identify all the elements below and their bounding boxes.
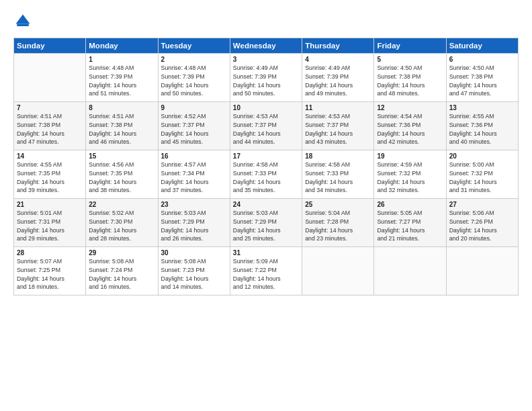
- header-cell-tuesday: Tuesday: [158, 38, 230, 54]
- day-info: Sunrise: 4:53 AM Sunset: 7:37 PM Dayligh…: [233, 112, 299, 146]
- day-cell: 8Sunrise: 4:51 AM Sunset: 7:38 PM Daylig…: [86, 102, 158, 150]
- day-cell: 1Sunrise: 4:48 AM Sunset: 7:39 PM Daylig…: [86, 54, 158, 102]
- day-info: Sunrise: 4:50 AM Sunset: 7:38 PM Dayligh…: [377, 64, 443, 98]
- day-number: 31: [233, 249, 299, 257]
- week-row-3: 14Sunrise: 4:55 AM Sunset: 7:35 PM Dayli…: [14, 150, 519, 199]
- day-cell: 5Sunrise: 4:50 AM Sunset: 7:38 PM Daylig…: [374, 54, 446, 102]
- day-info: Sunrise: 4:55 AM Sunset: 7:36 PM Dayligh…: [449, 112, 515, 146]
- header-cell-thursday: Thursday: [302, 38, 374, 54]
- day-number: 16: [161, 152, 227, 160]
- day-number: 6: [449, 56, 515, 63]
- day-cell: 22Sunrise: 5:02 AM Sunset: 7:30 PM Dayli…: [86, 199, 158, 247]
- day-cell: 21Sunrise: 5:01 AM Sunset: 7:31 PM Dayli…: [14, 199, 86, 247]
- day-number: 13: [449, 104, 515, 111]
- day-cell: 20Sunrise: 5:00 AM Sunset: 7:32 PM Dayli…: [446, 150, 518, 199]
- day-info: Sunrise: 4:51 AM Sunset: 7:38 PM Dayligh…: [89, 112, 154, 146]
- day-cell: 11Sunrise: 4:53 AM Sunset: 7:37 PM Dayli…: [302, 102, 374, 150]
- day-cell: 6Sunrise: 4:50 AM Sunset: 7:38 PM Daylig…: [446, 54, 518, 102]
- day-number: 25: [305, 201, 371, 208]
- day-info: Sunrise: 4:53 AM Sunset: 7:37 PM Dayligh…: [305, 112, 371, 146]
- calendar-page: SundayMondayTuesdayWednesdayThursdayFrid…: [0, 0, 532, 411]
- day-cell: 3Sunrise: 4:49 AM Sunset: 7:39 PM Daylig…: [230, 54, 302, 102]
- day-info: Sunrise: 4:58 AM Sunset: 7:33 PM Dayligh…: [233, 161, 299, 195]
- day-info: Sunrise: 5:03 AM Sunset: 7:29 PM Dayligh…: [233, 209, 299, 243]
- day-number: 28: [17, 249, 83, 257]
- day-cell: 27Sunrise: 5:06 AM Sunset: 7:26 PM Dayli…: [446, 199, 518, 247]
- calendar-body: 1Sunrise: 4:48 AM Sunset: 7:39 PM Daylig…: [14, 54, 519, 295]
- day-info: Sunrise: 4:49 AM Sunset: 7:39 PM Dayligh…: [305, 64, 371, 98]
- day-info: Sunrise: 4:54 AM Sunset: 7:36 PM Dayligh…: [377, 112, 443, 146]
- day-number: 5: [377, 56, 443, 63]
- day-info: Sunrise: 4:58 AM Sunset: 7:33 PM Dayligh…: [305, 161, 371, 195]
- day-number: 8: [89, 104, 154, 111]
- week-row-5: 28Sunrise: 5:07 AM Sunset: 7:25 PM Dayli…: [14, 247, 519, 295]
- day-info: Sunrise: 4:48 AM Sunset: 7:39 PM Dayligh…: [89, 64, 154, 98]
- day-cell: 2Sunrise: 4:48 AM Sunset: 7:39 PM Daylig…: [158, 54, 230, 102]
- day-cell: [374, 247, 446, 295]
- calendar-table: SundayMondayTuesdayWednesdayThursdayFrid…: [13, 38, 519, 295]
- header-cell-monday: Monday: [86, 38, 158, 54]
- day-info: Sunrise: 4:55 AM Sunset: 7:35 PM Dayligh…: [17, 161, 83, 195]
- day-cell: 31Sunrise: 5:09 AM Sunset: 7:22 PM Dayli…: [230, 247, 302, 295]
- week-row-2: 7Sunrise: 4:51 AM Sunset: 7:38 PM Daylig…: [14, 102, 519, 150]
- logo: [13, 12, 35, 31]
- day-info: Sunrise: 4:59 AM Sunset: 7:32 PM Dayligh…: [377, 161, 443, 195]
- day-number: 15: [89, 152, 154, 160]
- day-number: 11: [305, 104, 371, 111]
- day-info: Sunrise: 4:49 AM Sunset: 7:39 PM Dayligh…: [233, 64, 299, 98]
- week-row-1: 1Sunrise: 4:48 AM Sunset: 7:39 PM Daylig…: [14, 54, 519, 102]
- day-cell: 13Sunrise: 4:55 AM Sunset: 7:36 PM Dayli…: [446, 102, 518, 150]
- day-cell: 19Sunrise: 4:59 AM Sunset: 7:32 PM Dayli…: [374, 150, 446, 199]
- day-number: 30: [161, 249, 227, 257]
- header-cell-sunday: Sunday: [14, 38, 86, 54]
- header-row: SundayMondayTuesdayWednesdayThursdayFrid…: [14, 38, 519, 54]
- day-info: Sunrise: 5:00 AM Sunset: 7:32 PM Dayligh…: [449, 161, 515, 195]
- day-number: 14: [17, 152, 83, 160]
- day-cell: 7Sunrise: 4:51 AM Sunset: 7:38 PM Daylig…: [14, 102, 86, 150]
- day-info: Sunrise: 4:48 AM Sunset: 7:39 PM Dayligh…: [161, 64, 227, 98]
- svg-rect-1: [17, 24, 29, 27]
- day-info: Sunrise: 4:56 AM Sunset: 7:35 PM Dayligh…: [89, 161, 154, 195]
- header-cell-wednesday: Wednesday: [230, 38, 302, 54]
- day-cell: [302, 247, 374, 295]
- header-cell-saturday: Saturday: [446, 38, 518, 54]
- day-cell: 14Sunrise: 4:55 AM Sunset: 7:35 PM Dayli…: [14, 150, 86, 199]
- day-info: Sunrise: 5:01 AM Sunset: 7:31 PM Dayligh…: [17, 209, 83, 243]
- day-cell: 26Sunrise: 5:05 AM Sunset: 7:27 PM Dayli…: [374, 199, 446, 247]
- day-number: 26: [377, 201, 443, 208]
- day-cell: 30Sunrise: 5:08 AM Sunset: 7:23 PM Dayli…: [158, 247, 230, 295]
- day-number: 19: [377, 152, 443, 160]
- day-cell: 18Sunrise: 4:58 AM Sunset: 7:33 PM Dayli…: [302, 150, 374, 199]
- day-cell: 25Sunrise: 5:04 AM Sunset: 7:28 PM Dayli…: [302, 199, 374, 247]
- day-cell: 16Sunrise: 4:57 AM Sunset: 7:34 PM Dayli…: [158, 150, 230, 199]
- day-number: 22: [89, 201, 154, 208]
- day-cell: 23Sunrise: 5:03 AM Sunset: 7:29 PM Dayli…: [158, 199, 230, 247]
- day-info: Sunrise: 5:02 AM Sunset: 7:30 PM Dayligh…: [89, 209, 154, 243]
- day-number: 10: [233, 104, 299, 111]
- svg-marker-0: [16, 15, 30, 24]
- day-cell: 4Sunrise: 4:49 AM Sunset: 7:39 PM Daylig…: [302, 54, 374, 102]
- day-cell: 17Sunrise: 4:58 AM Sunset: 7:33 PM Dayli…: [230, 150, 302, 199]
- day-info: Sunrise: 4:52 AM Sunset: 7:37 PM Dayligh…: [161, 112, 227, 146]
- day-cell: 28Sunrise: 5:07 AM Sunset: 7:25 PM Dayli…: [14, 247, 86, 295]
- day-number: 12: [377, 104, 443, 111]
- calendar-header: SundayMondayTuesdayWednesdayThursdayFrid…: [14, 38, 519, 54]
- day-info: Sunrise: 5:07 AM Sunset: 7:25 PM Dayligh…: [17, 257, 83, 291]
- day-info: Sunrise: 5:04 AM Sunset: 7:28 PM Dayligh…: [305, 209, 371, 243]
- logo-icon: [13, 12, 32, 31]
- day-info: Sunrise: 4:51 AM Sunset: 7:38 PM Dayligh…: [17, 112, 83, 146]
- day-info: Sunrise: 5:08 AM Sunset: 7:23 PM Dayligh…: [161, 257, 227, 291]
- day-number: 9: [161, 104, 227, 111]
- day-number: 24: [233, 201, 299, 208]
- day-cell: 12Sunrise: 4:54 AM Sunset: 7:36 PM Dayli…: [374, 102, 446, 150]
- day-cell: 24Sunrise: 5:03 AM Sunset: 7:29 PM Dayli…: [230, 199, 302, 247]
- day-cell: [446, 247, 518, 295]
- day-info: Sunrise: 5:09 AM Sunset: 7:22 PM Dayligh…: [233, 257, 299, 291]
- day-cell: 15Sunrise: 4:56 AM Sunset: 7:35 PM Dayli…: [86, 150, 158, 199]
- day-info: Sunrise: 5:08 AM Sunset: 7:24 PM Dayligh…: [89, 257, 154, 291]
- day-number: 4: [305, 56, 371, 63]
- day-info: Sunrise: 4:57 AM Sunset: 7:34 PM Dayligh…: [161, 161, 227, 195]
- day-cell: 9Sunrise: 4:52 AM Sunset: 7:37 PM Daylig…: [158, 102, 230, 150]
- day-info: Sunrise: 4:50 AM Sunset: 7:38 PM Dayligh…: [449, 64, 515, 98]
- day-number: 1: [89, 56, 154, 63]
